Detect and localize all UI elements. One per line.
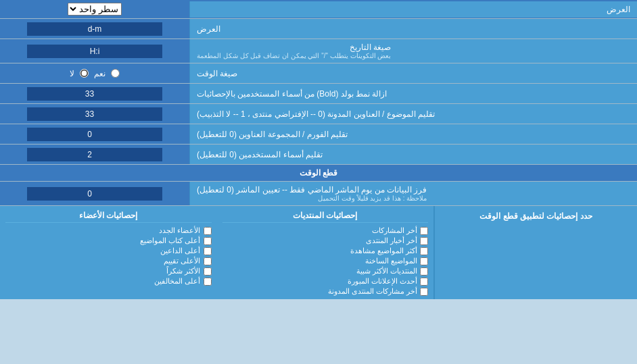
bold-input-wrap: نعم لا [0,63,189,83]
usernames-count-label: تقليم الفورم / المجموعة العناوين (0 للتع… [189,124,637,144]
time-format-input[interactable] [27,45,162,58]
display-input-wrap: سطر واحد سطرين [0,1,189,18]
display-label: العرض [189,1,637,18]
time-format-row: صيغة التاريخ بعض التكوينات يتطلب "/" الت… [0,39,637,63]
cut-time-input[interactable] [27,187,162,201]
subjects-count-row: ازالة نمط بولد (Bold) من أسماء المستخدمي… [0,84,637,104]
cut-time-input-wrap [0,182,189,205]
stats-section-label: حدد إحصائيات لتطبيق قطع الوقت [434,206,637,299]
usernames-count-row: تقليم الفورم / المجموعة العناوين (0 للتع… [0,124,637,145]
cells-space-input-wrap [0,145,189,164]
stats-col1-header: إحصائيات المنتديات [222,209,429,223]
check-item: المنتديات الأكثر شبية [222,266,429,276]
cells-space-row: تقليم أسماء المستخدمين (0 للتعطيل) [0,145,637,165]
usernames-count-input[interactable] [27,128,162,141]
bold-no-label: لا [70,69,74,78]
stats-col1: إحصائيات المنتديات أخر المشاركات أخر أخب… [217,206,435,299]
check-item: أعلى كتاب المواضيع [5,236,212,246]
subjects-count-label: ازالة نمط بولد (Bold) من أسماء المستخدمي… [189,84,637,103]
check-i3lanat[interactable] [420,278,428,286]
check-aktar-mwadee3[interactable] [420,247,428,255]
subjects-count-input-wrap [0,84,189,103]
bold-no-radio[interactable] [80,69,89,78]
forum-count-input-wrap [0,104,189,124]
check-akhbar-montada[interactable] [420,237,428,245]
check-mwadee3-sakha[interactable] [420,257,428,265]
check-item: أخر المشاركات [222,226,429,236]
display-select[interactable]: سطر واحد سطرين [68,3,122,16]
check-item: الأعلى تقييم [5,256,212,266]
check-item: أخر أخبار المنتدى [222,236,429,246]
bold-radio-group: نعم لا [66,68,124,80]
cells-space-label: تقليم أسماء المستخدمين (0 للتعطيل) [189,145,637,164]
stats-col2-header: إحصائيات الأعضاء [5,209,212,223]
main-container: العرض سطر واحد سطرين العرض صيغة التاريخ … [0,0,637,299]
stats-section: حدد إحصائيات لتطبيق قطع الوقت إحصائيات ا… [0,206,637,299]
check-montadiaat-akthar[interactable] [420,267,428,276]
forum-count-row: تقليم الموضوع / العناوين المدونة (0 -- ا… [0,104,637,124]
date-format-row: العرض [0,19,637,39]
cells-space-input[interactable] [27,148,162,161]
check-a3la-takyeem[interactable] [204,257,212,265]
time-format-input-wrap [0,39,189,63]
cut-time-header: قطع الوقت [0,165,637,182]
check-item: أعلى المخالفين [5,276,212,286]
forum-count-label: تقليم الموضوع / العناوين المدونة (0 -- ا… [189,104,637,124]
forum-count-input[interactable] [27,107,162,121]
check-item: الأكثر شكراً [5,266,212,276]
time-format-label: صيغة التاريخ بعض التكوينات يتطلب "/" الت… [189,39,637,63]
date-format-label: العرض [189,19,637,38]
check-a3daa-jodod[interactable] [204,227,212,235]
check-item: أكثر المواضيع مشاهدة [222,246,429,256]
usernames-count-input-wrap [0,124,189,144]
check-a3la-kotab[interactable] [204,237,212,245]
bold-row: صيغة الوقت نعم لا [0,63,637,84]
date-format-input[interactable] [27,22,162,36]
stats-col2: إحصائيات الأعضاء الأعضاء الجدد أعلى كتاب… [0,206,217,299]
date-format-input-wrap [0,19,189,38]
check-a3la-da3een[interactable] [204,247,212,255]
display-row: العرض سطر واحد سطرين [0,0,637,19]
check-item: المواضيع الساخنة [222,256,429,266]
bold-label: صيغة الوقت [189,63,637,83]
check-a3la-mokhalf[interactable] [204,278,212,286]
check-item: أحدث الإعلانات المبورة [222,276,429,286]
cut-time-label: فرز البيانات من يوم الماشر الماضي فقط --… [189,182,637,205]
bold-yes-label: نعم [94,69,105,78]
check-item: أعلى الداعين [5,246,212,256]
check-akhir-msharkaat-montada[interactable] [420,288,428,296]
stats-checks-wrap: إحصائيات المنتديات أخر المشاركات أخر أخب… [0,206,434,299]
cut-time-row: فرز البيانات من يوم الماشر الماضي فقط --… [0,182,637,206]
bold-yes-radio[interactable] [111,69,120,78]
check-akhir-msharkaat[interactable] [420,227,428,235]
check-item: الأعضاء الجدد [5,226,212,236]
check-item: أخر مشاركات المنتدى المدونة [222,286,429,296]
subjects-count-input[interactable] [27,87,162,101]
check-akthar-shokran[interactable] [204,267,212,276]
